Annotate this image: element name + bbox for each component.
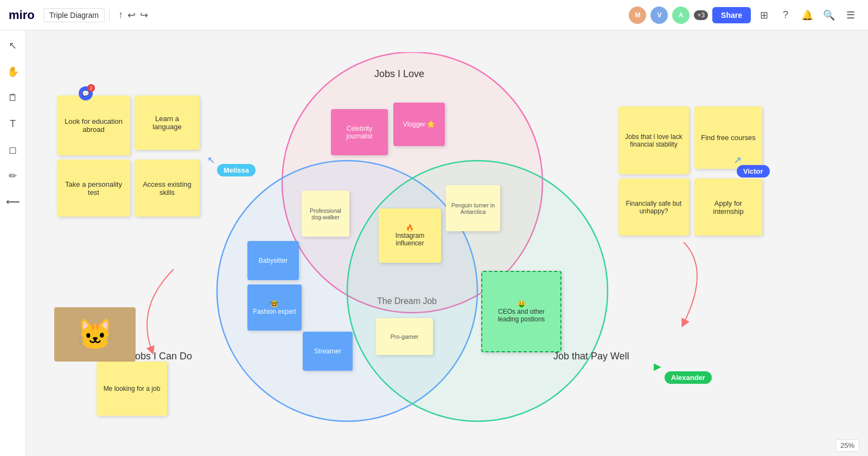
label-jobs-love: Jobs I Love [374, 68, 424, 80]
label-jobs-can-do: Jobs I Can Do [130, 351, 192, 362]
sticky-dog-walker[interactable]: Professional dog-walker [302, 191, 349, 237]
sidebar-text-tool[interactable]: T [4, 115, 22, 132]
topbar-right: M V A +3 Share ⊞ ? 🔔 🔍 ☰ [629, 7, 859, 24]
canvas[interactable]: Jobs I Love Jobs I Can Do Job that Pay W… [0, 30, 868, 456]
menu-icon[interactable]: ☰ [842, 7, 859, 24]
avatar-2: V [650, 7, 668, 24]
sticky-apply-internship[interactable]: Apply for internship [694, 179, 762, 236]
avatar-3: A [672, 7, 690, 24]
sidebar-pen-tool[interactable]: ✏ [4, 167, 22, 185]
sidebar-sticky-tool[interactable]: 🗒 [4, 89, 22, 106]
help-icon[interactable]: ? [777, 7, 794, 24]
sticky-streamer[interactable]: Streamer [303, 332, 353, 371]
sidebar-select-tool[interactable]: ↖ [4, 37, 22, 54]
notifications-icon[interactable]: 🔔 [799, 7, 816, 24]
sticky-financially-safe[interactable]: Financially safe but unhappy? [618, 179, 689, 236]
sticky-pro-gamer[interactable]: Pro-gamer [376, 318, 433, 355]
topbar: miro Triple Diagram ↑ ↩ ↪ M V A +3 Share… [0, 0, 868, 30]
sticky-instagram-influencer[interactable]: 🔥Instagram influencer [379, 208, 441, 263]
avatar-1: M [629, 7, 646, 24]
victor-cursor-tag: Victor [737, 165, 770, 178]
alexander-cursor-arrow: ▶ [654, 360, 661, 372]
victor-cursor-arrow: ↗ [733, 154, 742, 166]
sticky-education-abroad[interactable]: Look for education abroad [57, 96, 130, 155]
arrow-right-side [640, 237, 727, 334]
document-title[interactable]: Triple Diagram [43, 8, 105, 22]
sidebar-hand-tool[interactable]: ✋ [4, 63, 22, 80]
left-sidebar: ↖ ✋ 🗒 T ◻ ✏ ⟵ [0, 30, 26, 456]
sticky-learn-language[interactable]: Learn a language [135, 96, 200, 150]
sticky-vlogger[interactable]: Vlogger 🌟 [393, 103, 445, 146]
redo-button[interactable]: ↪ [140, 9, 148, 21]
sidebar-connector-tool[interactable]: ⟵ [4, 193, 22, 211]
label-dream-job: The Dream Job [377, 296, 437, 306]
comment-icon[interactable]: 💬 2 [79, 86, 93, 100]
sticky-find-free-courses[interactable]: Find free courses [694, 106, 762, 169]
sticky-celebrity-journalist[interactable]: Celebrity journalist [331, 109, 388, 155]
sticky-ceos[interactable]: 🤑CEOs and other leading postions [481, 271, 561, 352]
sticky-access-skills[interactable]: Access existing skills [135, 160, 200, 217]
sticky-penguin-turner[interactable]: Penguin turner in Antarctica [446, 185, 500, 231]
app-logo: miro [9, 8, 35, 22]
comment-count: 2 [87, 84, 95, 92]
alexander-cursor-tag: Alexander [665, 371, 712, 384]
grid-icon[interactable]: ⊞ [755, 7, 773, 24]
sticky-personality-test[interactable]: Take a personality test [57, 160, 130, 217]
separator [109, 9, 110, 22]
zoom-level[interactable]: 25% [835, 439, 859, 452]
sticky-love-lack-financial[interactable]: Jobs that I love lack financial stabilit… [618, 106, 689, 174]
undo-button[interactable]: ↩ [127, 9, 136, 21]
sticky-me-looking[interactable]: Me looking for a job [97, 362, 167, 416]
cat-image: 🐱 [54, 307, 136, 362]
sidebar-shape-tool[interactable]: ◻ [4, 141, 22, 159]
melissa-cursor-arrow: ↖ [207, 154, 215, 166]
melissa-cursor-tag: Melissa [217, 164, 256, 176]
comment-badge-container: 💬 2 [79, 86, 93, 100]
sticky-babysitter[interactable]: Babysitter [247, 241, 299, 280]
search-icon[interactable]: 🔍 [820, 7, 838, 24]
sticky-fashion-expert[interactable]: 🤓Fashion expert [247, 284, 302, 331]
extra-users-badge: +3 [694, 10, 708, 20]
upload-button[interactable]: ↑ [118, 9, 123, 21]
bottombar: » 25% [0, 434, 868, 456]
label-jobs-pay-well: Job that Pay Well [553, 351, 629, 362]
share-button[interactable]: Share [712, 7, 751, 23]
